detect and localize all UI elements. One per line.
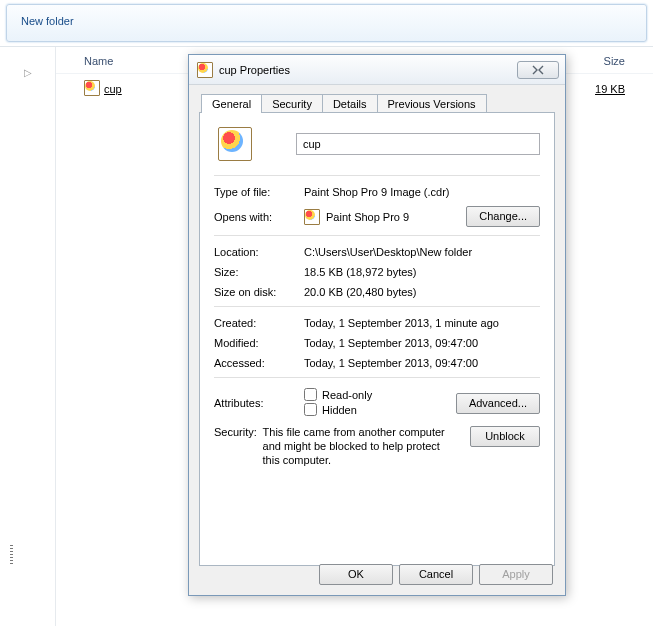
separator <box>214 175 540 176</box>
label-attributes: Attributes: <box>214 397 304 409</box>
new-folder-button[interactable]: New folder <box>21 15 74 27</box>
label-modified: Modified: <box>214 337 304 349</box>
file-type-icon <box>218 127 252 161</box>
close-button[interactable] <box>517 61 559 79</box>
value-opens-with: Paint Shop Pro 9 <box>326 211 466 223</box>
label-type: Type of file: <box>214 186 304 198</box>
label-security: Security: <box>214 426 263 438</box>
dialog-titlebar[interactable]: cup Properties <box>189 55 565 85</box>
value-size-on-disk: 20.0 KB (20,480 bytes) <box>304 286 540 298</box>
dialog-title: cup Properties <box>219 64 517 76</box>
filename-input[interactable] <box>296 133 540 155</box>
value-created: Today, 1 September 2013, 1 minute ago <box>304 317 540 329</box>
label-location: Location: <box>214 246 304 258</box>
change-button[interactable]: Change... <box>466 206 540 227</box>
value-size: 18.5 KB (18,972 bytes) <box>304 266 540 278</box>
ok-button[interactable]: OK <box>319 564 393 585</box>
label-opens-with: Opens with: <box>214 211 304 223</box>
value-modified: Today, 1 September 2013, 09:47:00 <box>304 337 540 349</box>
separator <box>214 306 540 307</box>
separator <box>214 377 540 378</box>
hidden-checkbox[interactable]: Hidden <box>304 403 357 416</box>
tab-previous-versions[interactable]: Previous Versions <box>377 94 487 113</box>
explorer-toolbar: New folder <box>6 4 647 42</box>
security-text: This file came from another computer and… <box>263 426 460 467</box>
apply-button[interactable]: Apply <box>479 564 553 585</box>
properties-dialog: cup Properties General Security Details … <box>188 54 566 596</box>
readonly-checkbox[interactable]: Read-only <box>304 388 372 401</box>
value-type: Paint Shop Pro 9 Image (.cdr) <box>304 186 540 198</box>
tree-pane: ▷ <box>0 47 56 626</box>
dialog-file-icon <box>197 62 213 78</box>
tree-chevron-icon[interactable]: ▷ <box>0 67 55 78</box>
tab-body-general: Type of file:Paint Shop Pro 9 Image (.cd… <box>199 112 555 566</box>
unblock-button[interactable]: Unblock <box>470 426 540 447</box>
opens-with-icon <box>304 209 320 225</box>
value-location: C:\Users\User\Desktop\New folder <box>304 246 540 258</box>
tab-security[interactable]: Security <box>261 94 323 113</box>
splitter-handle-icon[interactable] <box>10 545 13 565</box>
tab-strip: General Security Details Previous Versio… <box>189 85 565 112</box>
label-accessed: Accessed: <box>214 357 304 369</box>
label-size: Size: <box>214 266 304 278</box>
tab-general[interactable]: General <box>201 94 262 113</box>
tab-details[interactable]: Details <box>322 94 378 113</box>
value-accessed: Today, 1 September 2013, 09:47:00 <box>304 357 540 369</box>
dialog-footer: OK Cancel Apply <box>189 553 565 595</box>
label-created: Created: <box>214 317 304 329</box>
close-icon <box>532 65 544 75</box>
paintshop-file-icon <box>84 80 100 96</box>
label-size-on-disk: Size on disk: <box>214 286 304 298</box>
advanced-button[interactable]: Advanced... <box>456 393 540 414</box>
cancel-button[interactable]: Cancel <box>399 564 473 585</box>
separator <box>214 235 540 236</box>
